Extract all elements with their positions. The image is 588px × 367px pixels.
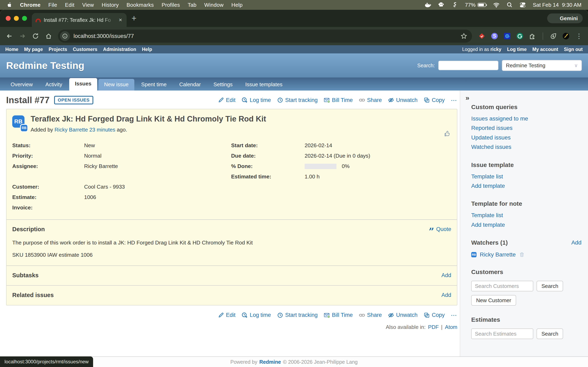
template-list-link[interactable]: Template list [471, 173, 581, 180]
menubar-menu-history[interactable]: History [102, 2, 119, 8]
copy-link[interactable]: Copy [424, 312, 445, 318]
menubar-menu-help[interactable]: Help [231, 2, 242, 8]
spotlight-icon[interactable] [507, 2, 513, 8]
menubar-extra-icon[interactable] [438, 2, 445, 8]
note-add-template-link[interactable]: Add template [471, 221, 581, 229]
watcher-name-link[interactable]: Ricky Barrette [480, 251, 516, 258]
share-link[interactable]: Share [359, 312, 382, 318]
new-tab-button[interactable]: + [127, 14, 141, 23]
menubar-menu-edit[interactable]: Edit [65, 2, 74, 8]
reload-button[interactable] [29, 30, 42, 42]
control-center-icon[interactable] [520, 2, 526, 8]
collapse-sidebar-icon[interactable]: » [466, 94, 469, 102]
extensions-puzzle-icon[interactable] [528, 32, 536, 40]
docker-menubar-icon[interactable] [424, 1, 432, 8]
sidebar-link-issues-assigned[interactable]: Issues assigned to me [471, 115, 581, 122]
gemini-button[interactable]: Gemini [547, 13, 583, 23]
quote-link[interactable]: ”Quote [429, 226, 451, 233]
topmenu-my-page[interactable]: My page [24, 47, 43, 52]
topmenu-projects[interactable]: Projects [49, 47, 67, 52]
menubar-menu-tab[interactable]: Tab [188, 2, 196, 8]
extension-icon-blue-at[interactable] [503, 32, 511, 40]
menubar-menu-bookmarks[interactable]: Bookmarks [127, 2, 154, 8]
tab-overview[interactable]: Overview [5, 79, 38, 91]
assignee-link[interactable]: Ricky Barrette [84, 161, 118, 171]
sidebar-link-updated-issues[interactable]: Updated issues [471, 134, 581, 141]
note-template-list-link[interactable]: Template list [471, 212, 581, 219]
tab-issues[interactable]: Issues [69, 78, 97, 91]
delete-watcher-icon[interactable] [519, 252, 525, 258]
project-jump-select[interactable]: Redmine Testing ∨ [502, 60, 582, 71]
menubar-menu-file[interactable]: File [48, 2, 57, 8]
back-button[interactable] [3, 30, 16, 42]
menubar-app-name[interactable]: Chrome [20, 2, 41, 8]
battery-indicator[interactable]: 77% [465, 2, 486, 8]
search-customers-input[interactable] [471, 281, 533, 291]
site-info-icon[interactable] [60, 31, 70, 41]
browser-menu-icon[interactable]: ⋮ [573, 32, 585, 40]
topmenu-home[interactable]: Home [5, 47, 18, 52]
tab-calendar[interactable]: Calendar [173, 79, 207, 91]
zoom-window-button[interactable] [22, 16, 27, 21]
unwatch-link[interactable]: Unwatch [388, 97, 417, 103]
log-time-link[interactable]: Log time [242, 312, 271, 318]
apple-menu-icon[interactable] [7, 2, 12, 8]
bill-time-link[interactable]: Bill Time [324, 312, 353, 318]
open-issues-badge[interactable]: OPEN ISSUES [54, 96, 93, 104]
redmine-link[interactable]: Redmine [259, 359, 281, 365]
thumbs-up-icon[interactable] [444, 131, 450, 139]
performance-leaf-icon[interactable] [549, 32, 557, 40]
add-related-issue-link[interactable]: Add [441, 292, 451, 298]
new-customer-button[interactable]: New Customer [471, 295, 516, 306]
home-button[interactable] [43, 30, 55, 42]
customer-link[interactable]: Cool Cars - 9933 [84, 182, 125, 192]
tab-issue-templates[interactable]: Issue templates [240, 79, 288, 91]
copy-link[interactable]: Copy [424, 97, 445, 103]
sidebar-link-reported-issues[interactable]: Reported issues [471, 124, 581, 132]
extension-icon-red[interactable] [478, 32, 486, 40]
topmenu-log-time[interactable]: Log time [507, 47, 527, 52]
bookmark-star-icon[interactable] [458, 30, 470, 42]
forward-button[interactable] [16, 30, 29, 42]
pdf-link[interactable]: PDF [428, 324, 439, 330]
bill-time-link[interactable]: Bill Time [324, 97, 353, 103]
global-search-input[interactable] [438, 60, 499, 70]
tab-activity[interactable]: Activity [40, 79, 68, 91]
author-link[interactable]: Ricky Barrette [54, 127, 88, 133]
tab-spent-time[interactable]: Spent time [136, 79, 172, 91]
topmenu-customers[interactable]: Customers [73, 47, 97, 52]
tab-new-issue[interactable]: New issue [98, 79, 134, 91]
topmenu-sign-out[interactable]: Sign out [564, 47, 583, 52]
start-tracking-link[interactable]: Start tracking [277, 97, 318, 103]
browser-tab[interactable]: Install #77: Teraflex Jk: Hd Fo × [32, 13, 127, 27]
extension-icon-purple[interactable] [490, 32, 499, 40]
estimate-link[interactable]: 1006 [84, 192, 96, 202]
wifi-icon[interactable] [493, 2, 500, 8]
url-text[interactable]: localhost:3000/issues/77 [73, 33, 454, 39]
more-actions-icon[interactable]: ⋯ [451, 97, 457, 104]
add-watcher-link[interactable]: Add [571, 239, 581, 246]
topmenu-my-account[interactable]: My account [532, 47, 558, 52]
close-window-button[interactable] [6, 16, 11, 21]
edit-link[interactable]: Edit [218, 312, 236, 318]
menubar-menu-view[interactable]: View [82, 2, 94, 8]
add-template-link[interactable]: Add template [471, 182, 581, 190]
profile-avatar[interactable] [562, 32, 570, 40]
edit-link[interactable]: Edit [218, 97, 236, 103]
atom-link[interactable]: Atom [445, 324, 457, 330]
menubar-snake-icon[interactable] [452, 2, 458, 8]
more-actions-icon[interactable]: ⋯ [451, 312, 457, 319]
menubar-menu-profiles[interactable]: Profiles [162, 2, 180, 8]
sidebar-link-watched-issues[interactable]: Watched issues [471, 143, 581, 151]
search-estimates-input[interactable] [471, 328, 533, 339]
topmenu-administration[interactable]: Administration [103, 47, 136, 52]
ago-link[interactable]: 23 minutes [89, 127, 115, 133]
search-estimates-button[interactable]: Search [536, 328, 563, 339]
start-tracking-link[interactable]: Start tracking [277, 312, 318, 318]
topmenu-help[interactable]: Help [142, 47, 152, 52]
share-link[interactable]: Share [359, 97, 382, 103]
log-time-link[interactable]: Log time [242, 97, 271, 103]
search-customers-button[interactable]: Search [536, 281, 563, 291]
address-bar[interactable]: localhost:3000/issues/77 [58, 30, 472, 43]
menubar-clock[interactable]: Sat Feb 14 9:30 AM [533, 2, 581, 8]
